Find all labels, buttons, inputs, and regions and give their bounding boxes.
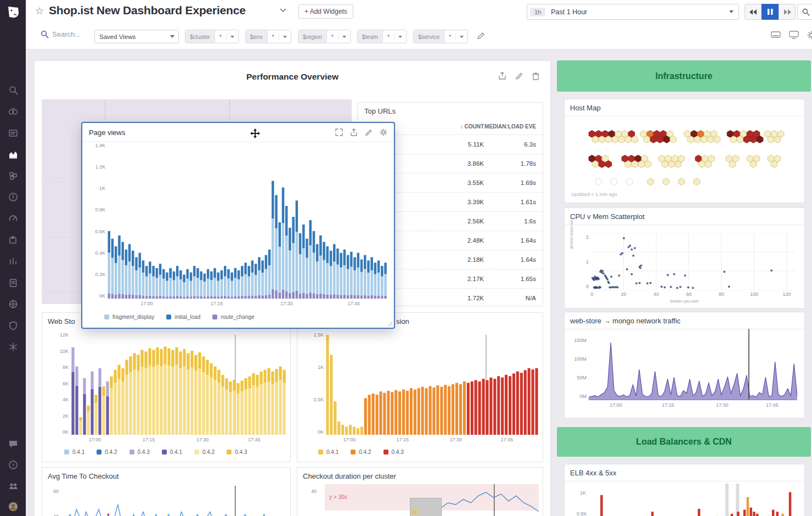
widget-header[interactable]: Page views xyxy=(82,123,394,142)
template-variable-team[interactable]: $team* xyxy=(357,30,407,43)
favorite-star-icon[interactable]: ☆ xyxy=(35,5,44,17)
x-tick: 20 xyxy=(621,291,627,297)
legend-item[interactable]: 0.4.2 xyxy=(194,449,215,455)
y-tick: 0M xyxy=(579,394,587,399)
y-tick: 50M xyxy=(577,375,587,380)
elb-widget: ELB 4xx & 5xx 1K 0.5K xyxy=(564,464,805,516)
datadog-logo[interactable] xyxy=(5,4,21,20)
load-balancers-section-header: Load Balancers & CDN xyxy=(557,427,811,457)
time-backward-button[interactable] xyxy=(745,4,762,20)
avg-checkout-line-chart[interactable] xyxy=(67,486,286,516)
time-range-picker[interactable]: 1h Past 1 Hour xyxy=(527,4,739,20)
legend-item[interactable]: 0.4.2 xyxy=(97,449,117,455)
y-tick: 0.8K xyxy=(95,207,105,212)
keyboard-icon[interactable] xyxy=(771,31,781,38)
pencil-icon[interactable] xyxy=(515,72,523,80)
legend-item[interactable]: fragment_display xyxy=(104,314,154,320)
legend-label: 0.4.1 xyxy=(170,449,182,455)
edit-variables-pencil-icon[interactable] xyxy=(477,31,486,40)
sidebar-item-apm[interactable] xyxy=(8,256,18,266)
legend-item[interactable]: 0.4.3 xyxy=(129,449,150,455)
host-map-hexagons[interactable] xyxy=(565,115,804,201)
legend-item[interactable]: 0.4.1 xyxy=(64,449,84,455)
template-variable-region[interactable]: $region* xyxy=(298,30,351,43)
legend-swatch xyxy=(351,450,356,455)
widget-title: web-store → mongo network traffic xyxy=(570,317,680,325)
chevron-down-icon[interactable] xyxy=(279,8,287,13)
web-store-bar-chart[interactable] xyxy=(71,335,286,435)
sidebar-item-infrastructure[interactable] xyxy=(8,171,18,181)
y-tick: 0.5K xyxy=(313,397,324,402)
time-forward-button[interactable] xyxy=(779,4,796,20)
sidebar-item-monitors[interactable] xyxy=(8,192,18,202)
x-tick: 17:15 xyxy=(143,437,155,442)
fullscreen-search-button[interactable] xyxy=(797,4,812,20)
legend-label: 0.4.1 xyxy=(326,449,339,455)
x-tick: 40 xyxy=(653,291,659,297)
y-axis: 210 xyxy=(581,234,589,289)
column-header-count[interactable]: ↓ COUNT xyxy=(429,124,484,130)
scatterplot[interactable] xyxy=(591,233,795,290)
expand-icon[interactable] xyxy=(335,128,343,136)
template-variable-cluster[interactable]: $cluster* xyxy=(185,30,239,43)
y-tick: 0.2K xyxy=(95,272,105,277)
column-header-median[interactable]: MEDIAN:LOAD EVE xyxy=(484,124,543,130)
gear-icon[interactable] xyxy=(380,128,387,136)
sidebar-item-chat[interactable] xyxy=(8,439,18,449)
sidebar-item-dashboards[interactable] xyxy=(8,149,18,159)
web-store-chart-widget: Web Sto 12K10K8K6K4K2K0K 17:0017:1517:30… xyxy=(42,312,291,462)
x-axis: 020406080100120 xyxy=(591,291,795,297)
sidebar-item-notebooks[interactable] xyxy=(8,342,18,352)
sidebar-item-watchdog[interactable] xyxy=(8,106,18,116)
legend-item[interactable]: 0.4.2 xyxy=(351,449,371,455)
sidebar-item-synthetics[interactable] xyxy=(8,299,18,309)
sidebar-item-events[interactable] xyxy=(8,128,18,138)
sidebar-item-logs[interactable] xyxy=(8,278,18,288)
sidebar-item-search[interactable] xyxy=(8,85,18,95)
y-axis-label: docker.mem.rss xyxy=(569,220,574,249)
resize-handle[interactable] xyxy=(387,321,393,327)
x-axis: 17:0017:1517:3017:45 xyxy=(589,402,797,409)
widget-title: sion xyxy=(396,317,409,326)
saved-views-dropdown[interactable]: Saved Views xyxy=(94,30,179,43)
legend-item[interactable]: 0.4.3 xyxy=(384,449,404,455)
cell-count: 2.48K xyxy=(429,237,484,244)
legend-item[interactable]: route_change xyxy=(212,314,254,320)
legend-item[interactable]: 0.4.1 xyxy=(318,449,339,455)
template-variable-service[interactable]: $service* xyxy=(413,30,468,43)
share-icon[interactable] xyxy=(498,72,506,80)
pause-button[interactable] xyxy=(762,4,779,20)
caret-down-icon xyxy=(279,35,291,38)
legend-item[interactable]: initial_load xyxy=(166,314,200,320)
elb-bar-chart[interactable] xyxy=(589,484,800,516)
divider xyxy=(565,225,804,225)
host-map-widget: Host Map Updated < 1 min ago xyxy=(564,99,805,203)
page-views-floating-widget[interactable]: Page views 1.4K1.2K1K0.8K0.6K0.4K0.2K0K … xyxy=(81,122,395,329)
chart-legend: 0.4.10.4.20.4.3 xyxy=(318,449,404,455)
x-tick: 60 xyxy=(686,291,692,297)
variable-label: $team xyxy=(358,30,383,43)
sidebar-item-teams[interactable] xyxy=(8,481,18,491)
sidebar-item-metrics[interactable] xyxy=(8,214,18,223)
legend-item[interactable]: 0.4.1 xyxy=(162,449,182,455)
add-widgets-button[interactable]: + Add Widgets xyxy=(298,4,353,19)
search-input[interactable]: Search... xyxy=(41,30,81,38)
pencil-icon[interactable] xyxy=(365,128,373,136)
x-tick: 17:45 xyxy=(501,437,514,442)
tv-screen-icon[interactable] xyxy=(789,31,799,39)
sidebar-item-security[interactable] xyxy=(8,321,18,330)
export-icon[interactable] xyxy=(350,128,358,136)
legend-item[interactable]: 0.4.3 xyxy=(227,449,247,455)
cell-count: 1.72K xyxy=(429,295,484,301)
sidebar-item-avatar[interactable] xyxy=(8,502,18,512)
gear-icon[interactable] xyxy=(807,31,812,40)
sidebar-item-help[interactable]: ? xyxy=(8,460,18,470)
cell-count: 3.86K xyxy=(429,160,484,167)
page-title: Shop.ist New Dashboard Experience xyxy=(49,4,246,17)
trash-icon[interactable] xyxy=(532,72,539,80)
version-bar-chart[interactable] xyxy=(326,335,539,435)
page-views-bar-chart[interactable] xyxy=(108,146,387,299)
mongo-area-chart[interactable] xyxy=(589,329,797,400)
template-variable-env[interactable]: $env* xyxy=(245,30,291,43)
sidebar-item-integrations[interactable] xyxy=(8,235,18,245)
